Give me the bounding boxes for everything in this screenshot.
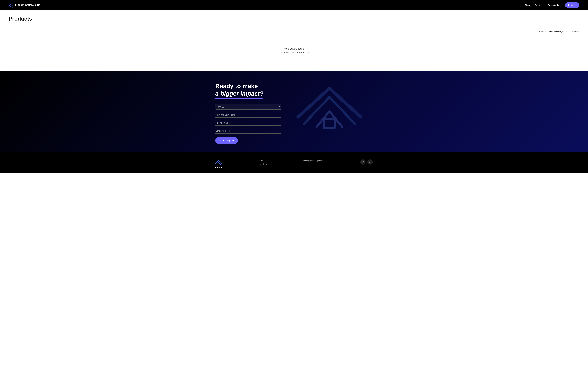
svg-point-2	[362, 162, 363, 162]
footer-socials	[360, 159, 373, 165]
cta-form: I am a... Submit request	[215, 104, 282, 144]
products-count: 0 products	[570, 31, 579, 33]
linkedin-icon[interactable]	[367, 159, 373, 165]
footer-logo-icon	[215, 159, 222, 165]
submit-button[interactable]: Submit request	[215, 137, 238, 144]
role-select-wrap: I am a...	[215, 104, 282, 110]
name-input[interactable]	[215, 112, 282, 117]
footer-email-area: office@lincolnsqco.com	[303, 159, 324, 162]
nav-about[interactable]: About	[525, 4, 530, 6]
cta-left: Ready to make a bigger impact? I am a...…	[215, 83, 282, 144]
cta-heading-line1: Ready to make	[215, 83, 282, 90]
logo[interactable]: Lincoln Square & Co.	[9, 2, 41, 8]
empty-state-sub: Use fewer filters or remove all	[9, 52, 579, 54]
footer-logo-text: Lincoln	[215, 166, 223, 169]
cta-right	[286, 83, 373, 131]
remove-all-link[interactable]: remove all	[299, 52, 309, 54]
products-page: Products Sort by: Alphabetically, A-Z 0 …	[0, 10, 588, 71]
decorative-chevron	[295, 83, 364, 131]
svg-rect-0	[324, 119, 335, 128]
email-input[interactable]	[215, 128, 282, 133]
footer: Lincoln About Services office@lincolnsqc…	[0, 152, 588, 173]
footer-link-services[interactable]: Services	[259, 163, 267, 165]
svg-rect-1	[362, 161, 364, 163]
footer-logo-area: Lincoln	[215, 159, 223, 169]
page-title: Products	[9, 16, 579, 22]
sort-select[interactable]: Alphabetically, A-Z	[548, 30, 568, 33]
footer-email: office@lincolnsqco.com	[303, 160, 324, 162]
footer-link-about[interactable]: About	[259, 159, 267, 162]
nav-case-studies[interactable]: Case Studies	[548, 4, 560, 6]
cta-inner: Ready to make a bigger impact? I am a...…	[215, 83, 373, 144]
nav-services[interactable]: Services	[535, 4, 543, 6]
instagram-icon[interactable]	[360, 159, 365, 165]
svg-point-5	[369, 161, 369, 161]
sort-label: Sort by:	[539, 31, 546, 33]
logo-text: Lincoln Square & Co.	[15, 3, 41, 7]
nav-inquiries-button[interactable]: Inquiries	[565, 2, 579, 8]
cta-heading-line2: a bigger impact?	[215, 90, 263, 98]
header: Lincoln Square & Co. About Services Case…	[0, 0, 588, 10]
main-nav: About Services Case Studies Inquiries	[525, 2, 579, 8]
empty-state: No products found Use fewer filters or r…	[9, 39, 579, 60]
footer-links: About Services	[259, 159, 267, 165]
cta-section: Ready to make a bigger impact? I am a...…	[0, 71, 588, 152]
sort-bar: Sort by: Alphabetically, A-Z 0 products	[9, 30, 579, 33]
empty-state-title: No products found	[9, 47, 579, 50]
svg-rect-4	[369, 162, 369, 163]
logo-icon	[9, 2, 14, 8]
footer-inner: Lincoln About Services office@lincolnsqc…	[215, 159, 373, 169]
role-select[interactable]: I am a...	[215, 104, 282, 110]
svg-point-3	[363, 161, 364, 162]
phone-input[interactable]	[215, 120, 282, 126]
sort-select-wrap[interactable]: Alphabetically, A-Z	[548, 30, 568, 33]
